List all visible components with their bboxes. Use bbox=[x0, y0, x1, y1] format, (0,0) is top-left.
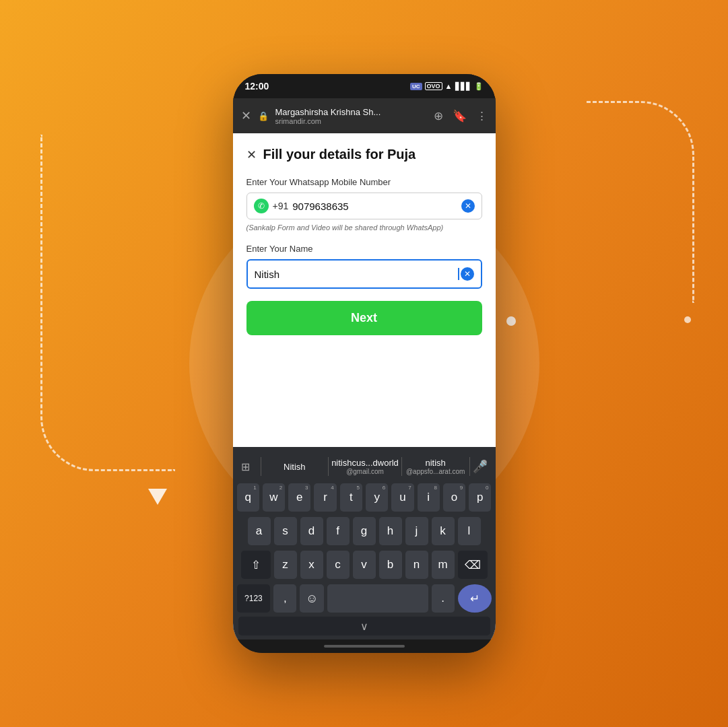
browser-close-button[interactable]: ✕ bbox=[241, 108, 251, 123]
suggestion-email2-main: nitish bbox=[405, 458, 467, 468]
key-comma[interactable]: , bbox=[273, 584, 296, 613]
space-key[interactable] bbox=[327, 584, 428, 613]
name-value: Nitish bbox=[255, 269, 458, 280]
status-icons: UC OVO ▲ ▋▋▋ 🔋 bbox=[410, 82, 483, 91]
suggestion-email2[interactable]: nitish @appsfo...arat.com bbox=[405, 455, 467, 478]
key-f[interactable]: f bbox=[327, 517, 350, 545]
form-header: ✕ Fill your details for Puja bbox=[246, 147, 482, 162]
name-clear-button[interactable]: ✕ bbox=[461, 267, 474, 281]
status-bar: 12:00 UC OVO ▲ ▋▋▋ 🔋 bbox=[233, 74, 496, 98]
key-m[interactable]: m bbox=[432, 551, 455, 579]
keyboard-suggestions: ⊞ Nitish nitishcus...dworld @gmail.com n… bbox=[236, 452, 493, 483]
triangle-decoration bbox=[148, 489, 167, 505]
phone-input-field[interactable]: ✆ +91 9079638635 ✕ bbox=[246, 193, 482, 219]
key-i[interactable]: 8i bbox=[418, 483, 440, 512]
suggestion-divider-2 bbox=[328, 457, 329, 476]
dot-decoration bbox=[506, 316, 516, 326]
key-j[interactable]: j bbox=[405, 517, 428, 545]
suggestion-email1-main: nitishcus...dworld bbox=[331, 458, 399, 468]
form-title: Fill your details for Puja bbox=[263, 147, 416, 162]
browser-url-area: Margashirsha Krishna Sh... srimandir.com bbox=[275, 107, 427, 125]
key-z[interactable]: z bbox=[274, 551, 297, 579]
wifi-icon: ▲ bbox=[445, 82, 453, 90]
whatsapp-icon: ✆ bbox=[254, 199, 269, 213]
key-y[interactable]: 6y bbox=[366, 483, 388, 512]
phone-frame: 12:00 UC OVO ▲ ▋▋▋ 🔋 ✕ 🔒 Margashirsha Kr… bbox=[233, 74, 496, 653]
dashed-path-left bbox=[40, 135, 175, 471]
helper-text: (Sankalp Form and Video will be shared t… bbox=[246, 223, 482, 232]
form-close-icon[interactable]: ✕ bbox=[246, 147, 257, 162]
keyboard-row-3: ⇧ z x c v b n m ⌫ bbox=[237, 551, 492, 579]
key-v[interactable]: v bbox=[353, 551, 376, 579]
phone-number-value: 9079638635 bbox=[292, 201, 461, 212]
keyboard-row-4: ?123 , ☺ . ↵ bbox=[237, 584, 492, 613]
suggestion-email1[interactable]: nitishcus...dworld @gmail.com bbox=[331, 455, 399, 478]
backspace-key[interactable]: ⌫ bbox=[458, 551, 488, 579]
suggestion-divider-4 bbox=[469, 457, 470, 476]
battery-icon: 🔋 bbox=[474, 82, 484, 91]
key-c[interactable]: c bbox=[327, 551, 350, 579]
shift-key[interactable]: ⇧ bbox=[241, 551, 271, 579]
numbers-key[interactable]: ?123 bbox=[237, 584, 271, 613]
whatsapp-label: Enter Your Whatsapp Mobile Number bbox=[246, 177, 482, 187]
name-input-field[interactable]: Nitish ✕ bbox=[246, 259, 482, 289]
chevron-down-key[interactable]: ∨ bbox=[238, 617, 490, 635]
key-h[interactable]: h bbox=[379, 517, 402, 545]
signal-bars: ▋▋▋ bbox=[455, 82, 471, 91]
suggestion-divider-3 bbox=[401, 457, 402, 476]
key-w[interactable]: 2w bbox=[263, 483, 285, 512]
key-p[interactable]: 0p bbox=[469, 483, 491, 512]
keyboard-row-1: 1q 2w 3e 4r 5t 6y 7u 8i 9o 0p bbox=[237, 483, 492, 512]
lock-icon: 🔒 bbox=[258, 111, 269, 121]
bookmark-icon[interactable]: 🔖 bbox=[453, 109, 467, 123]
mic-icon[interactable]: 🎤 bbox=[473, 459, 488, 474]
emoji-key[interactable]: ☺ bbox=[300, 584, 324, 613]
key-u[interactable]: 7u bbox=[391, 483, 413, 512]
form-container: ✕ Fill your details for Puja Enter Your … bbox=[233, 133, 496, 447]
suggestion-email2-sub: @appsfo...arat.com bbox=[405, 468, 467, 475]
next-button[interactable]: Next bbox=[246, 301, 482, 335]
status-time: 12:00 bbox=[245, 81, 269, 92]
bottom-bar-row: ∨ bbox=[236, 613, 493, 637]
name-label: Enter Your Name bbox=[246, 244, 482, 254]
keyboard-rows: 1q 2w 3e 4r 5t 6y 7u 8i 9o 0p a s d f bbox=[236, 483, 493, 613]
more-options-icon[interactable]: ⋮ bbox=[476, 109, 488, 123]
phone-clear-button[interactable]: ✕ bbox=[461, 199, 475, 213]
suggestion-divider-1 bbox=[261, 457, 261, 476]
share-icon[interactable]: ⊕ bbox=[434, 109, 443, 123]
key-d[interactable]: d bbox=[300, 517, 323, 545]
country-code: +91 bbox=[273, 201, 289, 211]
key-period[interactable]: . bbox=[432, 584, 455, 613]
text-cursor bbox=[458, 268, 459, 280]
key-b[interactable]: b bbox=[379, 551, 402, 579]
key-r[interactable]: 4r bbox=[314, 483, 336, 512]
browser-domain: srimandir.com bbox=[275, 117, 427, 125]
suggestion-nitish[interactable]: Nitish bbox=[264, 459, 326, 475]
key-g[interactable]: g bbox=[353, 517, 376, 545]
key-e[interactable]: 3e bbox=[288, 483, 310, 512]
web-content: ✕ Fill your details for Puja Enter Your … bbox=[233, 133, 496, 639]
key-t[interactable]: 5t bbox=[340, 483, 362, 512]
key-x[interactable]: x bbox=[300, 551, 323, 579]
key-k[interactable]: k bbox=[432, 517, 455, 545]
keyboard-area: ⊞ Nitish nitishcus...dworld @gmail.com n… bbox=[233, 447, 496, 639]
dashed-path-right bbox=[587, 101, 694, 303]
key-n[interactable]: n bbox=[405, 551, 428, 579]
key-s[interactable]: s bbox=[274, 517, 297, 545]
browser-bar: ✕ 🔒 Margashirsha Krishna Sh... srimandir… bbox=[233, 98, 496, 133]
suggestion-email1-sub: @gmail.com bbox=[331, 468, 399, 475]
enter-key[interactable]: ↵ bbox=[458, 584, 492, 613]
key-o[interactable]: 9o bbox=[443, 483, 465, 512]
key-q[interactable]: 1q bbox=[237, 483, 259, 512]
browser-page-title: Margashirsha Krishna Sh... bbox=[275, 107, 427, 117]
ovo-badge: OVO bbox=[425, 82, 442, 90]
home-indicator bbox=[233, 639, 496, 653]
key-l[interactable]: l bbox=[458, 517, 481, 545]
home-indicator-bar bbox=[324, 645, 405, 648]
key-a[interactable]: a bbox=[248, 517, 271, 545]
browser-actions: ⊕ 🔖 ⋮ bbox=[434, 109, 488, 123]
uc-badge: UC bbox=[410, 83, 422, 90]
dot-decoration2 bbox=[684, 316, 691, 323]
keyboard-row-2: a s d f g h j k l bbox=[237, 517, 492, 545]
keyboard-grid-icon: ⊞ bbox=[241, 460, 250, 473]
